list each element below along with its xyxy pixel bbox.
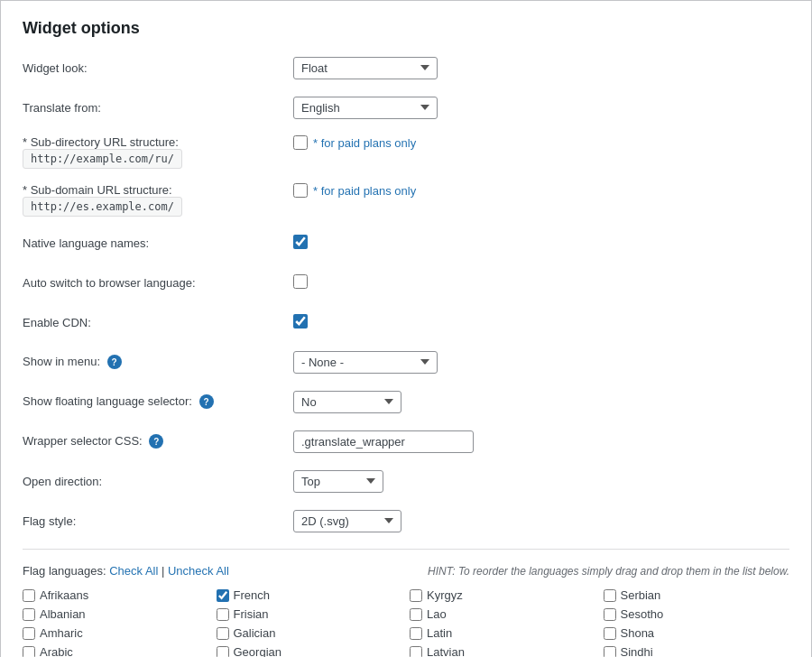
- language-label: Frisian: [234, 607, 269, 621]
- native-language-label: Native language names:: [23, 236, 293, 250]
- list-item: Afrikaans: [23, 587, 209, 604]
- wrapper-css-row: Wrapper selector CSS: ?: [23, 428, 789, 455]
- language-label: Serbian: [621, 588, 661, 602]
- flag-style-row: Flag style: 2D (.svg) 3D (.png) None: [23, 507, 789, 534]
- auto-switch-checkbox[interactable]: [293, 274, 308, 289]
- sub-directory-checkbox[interactable]: [293, 135, 308, 150]
- language-label: Shona: [621, 626, 655, 640]
- sub-directory-paid: * for paid plans only: [293, 135, 789, 150]
- sub-directory-label: * Sub-directory URL structure: http://ex…: [23, 135, 293, 169]
- language-label: Arabic: [40, 645, 73, 657]
- widget-look-label: Widget look:: [23, 61, 293, 75]
- flag-style-control: 2D (.svg) 3D (.png) None: [293, 510, 789, 532]
- language-checkbox[interactable]: [217, 608, 229, 621]
- open-direction-select[interactable]: Top Bottom Left Right: [293, 470, 383, 493]
- wrapper-css-label: Wrapper selector CSS: ?: [23, 434, 293, 449]
- widget-look-control: Float Dropdown List: [293, 57, 789, 79]
- widget-look-select[interactable]: Float Dropdown List: [293, 57, 438, 79]
- language-checkbox[interactable]: [23, 589, 35, 602]
- languages-header-left: Flag languages: Check All | Uncheck All: [23, 564, 229, 578]
- language-label: Albanian: [40, 607, 86, 621]
- sub-directory-url: http://example.com/ru/: [23, 149, 182, 169]
- show-in-menu-row: Show in menu: ? - None - Main Menu Secon…: [23, 348, 789, 375]
- list-item: Galician: [217, 625, 403, 642]
- language-checkbox[interactable]: [604, 646, 616, 658]
- language-label: Sesotho: [621, 607, 664, 621]
- list-item: French: [217, 587, 403, 604]
- sub-domain-paid-link[interactable]: * for paid plans only: [313, 184, 416, 198]
- divider: [23, 549, 789, 550]
- translate-from-label: Translate from:: [23, 101, 293, 115]
- language-checkbox[interactable]: [604, 589, 616, 602]
- native-language-control: [293, 235, 789, 252]
- widget-look-row: Widget look: Float Dropdown List: [23, 54, 789, 81]
- flag-style-select[interactable]: 2D (.svg) 3D (.png) None: [293, 510, 401, 532]
- list-item: Kyrgyz: [410, 587, 596, 604]
- list-item: Albanian: [23, 606, 209, 623]
- language-label: French: [234, 588, 270, 602]
- translate-from-control: English Spanish French German: [293, 97, 789, 119]
- language-label: Lao: [427, 607, 447, 621]
- check-all-link[interactable]: Check All: [109, 564, 158, 578]
- auto-switch-row: Auto switch to browser language:: [23, 269, 789, 296]
- sub-directory-row: * Sub-directory URL structure: http://ex…: [23, 134, 789, 169]
- list-item: Latvian: [410, 643, 596, 657]
- auto-switch-control: [293, 274, 789, 291]
- language-checkbox[interactable]: [410, 646, 422, 658]
- language-label: Kyrgyz: [427, 588, 463, 602]
- show-floating-row: Show floating language selector: ? No Ye…: [23, 388, 789, 415]
- language-checkbox[interactable]: [217, 589, 229, 602]
- list-item: Lao: [410, 606, 596, 623]
- list-item: Sesotho: [604, 606, 790, 623]
- language-checkbox[interactable]: [23, 608, 35, 621]
- language-checkbox[interactable]: [410, 608, 422, 621]
- enable-cdn-control: [293, 314, 789, 331]
- native-language-row: Native language names:: [23, 229, 789, 256]
- sub-domain-paid: * for paid plans only: [293, 183, 789, 198]
- sub-domain-label: * Sub-domain URL structure: http://es.ex…: [23, 183, 293, 217]
- show-floating-label: Show floating language selector: ?: [23, 394, 293, 410]
- sub-domain-url: http://es.example.com/: [23, 197, 182, 217]
- auto-switch-label: Auto switch to browser language:: [23, 276, 293, 290]
- language-checkbox[interactable]: [410, 627, 422, 640]
- list-item: Sindhi: [604, 643, 790, 657]
- show-floating-help-icon[interactable]: ?: [199, 394, 214, 409]
- language-checkbox[interactable]: [604, 627, 616, 640]
- show-in-menu-help-icon[interactable]: ?: [107, 355, 122, 369]
- wrapper-css-control: [293, 430, 789, 453]
- open-direction-control: Top Bottom Left Right: [293, 470, 789, 493]
- language-label: Galician: [234, 626, 276, 640]
- show-in-menu-select[interactable]: - None - Main Menu Secondary Menu: [293, 351, 438, 374]
- language-checkbox[interactable]: [604, 608, 616, 621]
- language-checkbox[interactable]: [217, 646, 229, 658]
- list-item: Shona: [604, 625, 790, 642]
- language-label: Afrikaans: [40, 588, 88, 602]
- widget-options-panel: Widget options Widget look: Float Dropdo…: [0, 0, 812, 657]
- language-checkbox[interactable]: [217, 627, 229, 640]
- open-direction-row: Open direction: Top Bottom Left Right: [23, 467, 789, 495]
- open-direction-label: Open direction:: [23, 475, 293, 488]
- sub-directory-paid-link[interactable]: * for paid plans only: [313, 136, 416, 150]
- sub-domain-checkbox[interactable]: [293, 183, 308, 198]
- pipe-separator: |: [161, 564, 168, 578]
- language-checkbox[interactable]: [23, 627, 35, 640]
- list-item: Latin: [410, 625, 596, 642]
- show-floating-select[interactable]: No Yes: [293, 391, 401, 413]
- language-checkbox[interactable]: [410, 589, 422, 602]
- native-language-checkbox[interactable]: [293, 235, 308, 249]
- language-label: Amharic: [40, 626, 83, 640]
- enable-cdn-label: Enable CDN:: [23, 316, 293, 329]
- language-checkbox[interactable]: [23, 646, 35, 658]
- uncheck-all-link[interactable]: Uncheck All: [168, 564, 229, 578]
- wrapper-css-help-icon[interactable]: ?: [149, 434, 163, 449]
- show-in-menu-label: Show in menu: ?: [23, 355, 293, 370]
- list-item: Frisian: [217, 606, 403, 623]
- list-item: Arabic: [23, 643, 209, 657]
- language-label: Sindhi: [621, 645, 653, 657]
- enable-cdn-checkbox[interactable]: [293, 314, 308, 328]
- wrapper-css-input[interactable]: [293, 430, 474, 453]
- sub-directory-paid-row: * for paid plans only: [293, 135, 789, 150]
- languages-grid: AfrikaansFrenchKyrgyzSerbianAlbanianFris…: [23, 587, 789, 657]
- page-title: Widget options: [23, 19, 789, 38]
- translate-from-select[interactable]: English Spanish French German: [293, 97, 438, 119]
